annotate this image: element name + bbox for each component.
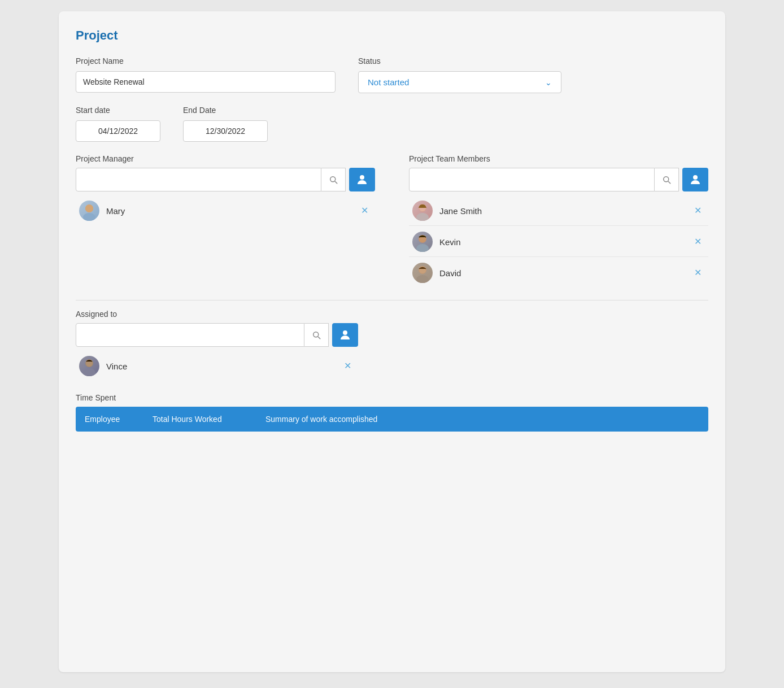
project-manager-person-button[interactable] bbox=[349, 168, 375, 191]
assigned-to-section: Assigned to bbox=[76, 310, 708, 381]
project-team-list: Jane Smith ✕ Kevin ✕ bbox=[409, 196, 708, 288]
page-title: Project bbox=[76, 28, 708, 43]
project-team-person-button[interactable] bbox=[682, 168, 708, 191]
project-manager-search-button[interactable] bbox=[321, 168, 346, 191]
member-name: Jane Smith bbox=[439, 206, 691, 216]
assigned-to-list: Vince ✕ bbox=[76, 351, 358, 381]
status-label: Status bbox=[358, 56, 561, 66]
end-date-input[interactable] bbox=[183, 120, 268, 142]
person-icon bbox=[355, 173, 369, 186]
project-team-search-button[interactable] bbox=[655, 168, 679, 191]
project-manager-section: Project Manager bbox=[76, 154, 375, 288]
list-item: David ✕ bbox=[409, 258, 708, 288]
avatar bbox=[412, 232, 433, 252]
project-manager-list: Mary ✕ bbox=[76, 196, 375, 225]
section-divider bbox=[76, 300, 708, 301]
search-icon bbox=[311, 330, 321, 340]
search-icon bbox=[328, 175, 338, 185]
start-date-label: Start date bbox=[76, 106, 160, 115]
member-name: Mary bbox=[106, 206, 358, 216]
list-item: Vince ✕ bbox=[76, 351, 358, 381]
chevron-down-icon: ⌄ bbox=[545, 78, 552, 87]
svg-point-12 bbox=[416, 275, 429, 283]
svg-point-14 bbox=[343, 330, 347, 335]
status-value: Not started bbox=[368, 77, 409, 87]
person-icon bbox=[689, 173, 702, 186]
member-name: Vince bbox=[106, 362, 341, 371]
time-table-header: Employee Total Hours Worked Summary of w… bbox=[76, 407, 708, 432]
end-date-label: End Date bbox=[183, 106, 268, 115]
project-manager-label: Project Manager bbox=[76, 154, 375, 163]
table-col-employee: Employee bbox=[85, 415, 153, 424]
svg-point-4 bbox=[693, 175, 698, 180]
list-item: Jane Smith ✕ bbox=[409, 196, 708, 226]
svg-point-16 bbox=[83, 368, 95, 376]
avatar bbox=[412, 263, 433, 283]
project-team-search-input[interactable] bbox=[409, 168, 655, 191]
table-col-hours: Total Hours Worked bbox=[153, 415, 265, 424]
project-team-section: Project Team Members bbox=[409, 154, 708, 288]
time-spent-section: Time Spent Employee Total Hours Worked S… bbox=[76, 393, 708, 432]
list-item: Kevin ✕ bbox=[409, 227, 708, 257]
list-item: Mary ✕ bbox=[76, 196, 375, 225]
member-name: David bbox=[439, 268, 691, 278]
member-name: Kevin bbox=[439, 237, 691, 247]
assigned-to-person-button[interactable] bbox=[332, 323, 358, 347]
project-manager-search-input[interactable] bbox=[76, 168, 321, 191]
svg-point-9 bbox=[416, 244, 429, 252]
search-icon bbox=[661, 175, 672, 185]
project-name-label: Project Name bbox=[76, 56, 336, 66]
status-dropdown[interactable]: Not started ⌄ bbox=[358, 71, 561, 93]
svg-point-3 bbox=[85, 204, 93, 212]
avatar bbox=[79, 201, 99, 221]
project-team-label: Project Team Members bbox=[409, 154, 708, 163]
svg-point-0 bbox=[360, 175, 364, 180]
assigned-to-search-input[interactable] bbox=[76, 323, 304, 347]
svg-point-6 bbox=[416, 213, 429, 221]
remove-member-button[interactable]: ✕ bbox=[691, 204, 705, 217]
project-name-input[interactable] bbox=[76, 71, 336, 93]
avatar bbox=[79, 356, 99, 376]
table-col-summary: Summary of work accomplished bbox=[265, 415, 699, 424]
remove-member-button[interactable]: ✕ bbox=[691, 235, 705, 249]
assigned-to-label: Assigned to bbox=[76, 310, 708, 319]
time-spent-label: Time Spent bbox=[76, 393, 708, 402]
remove-member-button[interactable]: ✕ bbox=[358, 204, 372, 217]
assigned-to-search-button[interactable] bbox=[304, 323, 329, 347]
person-icon bbox=[338, 328, 352, 342]
remove-member-button[interactable]: ✕ bbox=[341, 359, 355, 373]
project-form: Project Project Name Status Not started … bbox=[59, 11, 725, 672]
svg-point-2 bbox=[83, 213, 95, 221]
remove-member-button[interactable]: ✕ bbox=[691, 266, 705, 280]
avatar bbox=[412, 201, 433, 221]
start-date-input[interactable] bbox=[76, 120, 160, 142]
